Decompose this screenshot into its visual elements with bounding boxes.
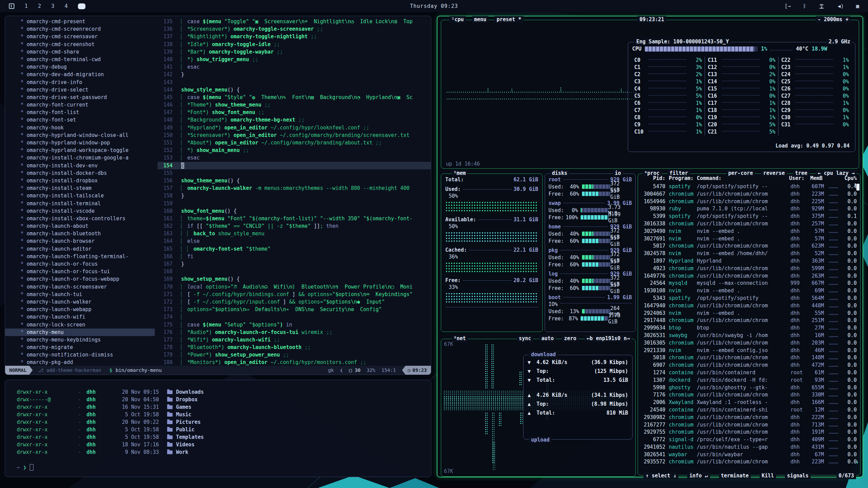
file-item[interactable]: *omarchy-drive-set-password: [5, 94, 158, 101]
file-item[interactable]: *omarchy-menu: [5, 329, 155, 336]
code-line-141[interactable]: 141▏ esac: [158, 63, 431, 71]
file-item[interactable]: *omarchy-font-current: [5, 101, 158, 109]
process-row[interactable]: 5399spotify/opt/spotify/spotify --dhh375…: [641, 213, 857, 220]
code-line-165[interactable]: 165▏ ▏ omarchy-font-set "$theme": [158, 245, 431, 253]
proc-action-info[interactable]: info ↵: [687, 472, 710, 479]
code-line-144[interactable]: 144show_style_menu() {: [158, 86, 431, 94]
file-item[interactable]: *omarchy-launch-bluetooth: [5, 230, 158, 237]
file-item[interactable]: *omarchy-debug: [5, 63, 158, 71]
io-toggle[interactable]: io: [613, 170, 623, 177]
file-item[interactable]: *omarchy-launch-or-focus: [5, 260, 158, 268]
code-line-177[interactable]: 177▏ *Wifi*) omarchy-launch-wifi ;;: [158, 336, 431, 344]
code-line-180[interactable]: 180▏ *Monitors*) open_in_editor ~/.confi…: [158, 359, 431, 366]
file-item[interactable]: *omarchy-cmd-screensaver: [5, 33, 158, 40]
process-row[interactable]: 4923chromium/usr/lib/chromium/chromdhh59…: [641, 265, 857, 273]
proc-action-terminate[interactable]: terminate: [719, 472, 751, 479]
file-item[interactable]: *omarchy-launch-screensaver: [5, 283, 158, 291]
code-line-163[interactable]: 163▏ ▏ back_to show_style_menu: [158, 230, 431, 237]
code-line-142[interactable]: 142}: [158, 71, 431, 78]
file-item[interactable]: *omarchy-font-list: [5, 109, 158, 116]
code-line-146[interactable]: 146▏ *Theme*) show_theme_menu ;;: [158, 101, 431, 109]
code-line-154[interactable]: 154}: [158, 162, 431, 169]
scrollbar-thumb[interactable]: [856, 184, 859, 191]
file-item[interactable]: *omarchy-notification-dismiss: [5, 351, 158, 359]
net-chip-zero[interactable]: zero: [562, 335, 578, 342]
code-line-140[interactable]: 140▏ *) show_trigger_menu ;;: [158, 56, 431, 63]
bluetooth-icon[interactable]: ᛒ: [803, 3, 806, 9]
code-line-173[interactable]: 173▏ options="$options\n▭ Defaults\n⌁ DN…: [158, 306, 431, 313]
code-line-168[interactable]: 168: [158, 268, 431, 275]
file-item[interactable]: *omarchy-cmd-share: [5, 48, 158, 56]
code-line-160[interactable]: 160show_font_menu() {: [158, 207, 431, 215]
omarchy-logo-icon[interactable]: [9, 3, 14, 9]
process-row[interactable]: 2930982chromium/usr/lib/chromium/chromdh…: [641, 414, 857, 421]
code-line-175[interactable]: 175▏ case $(menu "Setup" "$options") in: [158, 321, 431, 329]
file-item[interactable]: *omarchy-drive-info: [5, 79, 158, 86]
process-row[interactable]: 1307dockerd/usr/bin/dockerd -H fd:root93…: [641, 377, 857, 384]
file-item[interactable]: *omarchy-drive-select: [5, 86, 158, 94]
process-row[interactable]: 5470spotify/opt/spotify/spotify --dhh607…: [641, 183, 857, 191]
net-title[interactable]: ³net: [451, 335, 468, 342]
code-line-156[interactable]: 156show_theme_menu() {: [158, 177, 431, 184]
code-line-135[interactable]: 135▏ case $(menu "Toggle" "▣ Screensaver…: [158, 18, 431, 25]
file-item[interactable]: *omarchy-launch-webapp: [5, 306, 158, 313]
file-item[interactable]: *omarchy-install-dropbox: [5, 177, 158, 184]
file-item[interactable]: *omarchy-launch-or-focus-webapp: [5, 275, 158, 283]
file-item[interactable]: *omarchy-pkg-add: [5, 359, 158, 366]
file-item[interactable]: *omarchy-hook: [5, 124, 158, 131]
scroll-down-icon[interactable]: ↓: [856, 459, 859, 465]
file-item[interactable]: *omarchy-hyprland-window-pop: [5, 139, 158, 147]
process-row[interactable]: 1897HyprlandHyprlanddhh363M………0.0: [641, 257, 857, 265]
process-row[interactable]: 2924063nvimnvim --embed .dhh55M………0.0: [641, 310, 857, 317]
file-item[interactable]: *omarchy-launch-editor: [5, 245, 158, 253]
active-workspace-indicator[interactable]: [78, 3, 85, 9]
code-line-172[interactable]: 172▏ [ -f ~/.config/hypr/input.conf ] &&…: [158, 298, 431, 306]
code-line-157[interactable]: 157▏ omarchy-launch-walker -m menus:omar…: [158, 184, 431, 192]
process-row[interactable]: 2941052nautilus/usr/bin/nautilus --gapdh…: [641, 444, 857, 451]
network-icon[interactable]: [818, 4, 825, 9]
file-item[interactable]: *omarchy-lock-screen: [5, 321, 158, 329]
file-item[interactable]: *omarchy-hyprland-workspace-toggle: [5, 147, 158, 154]
code-line-171[interactable]: 171▏ [ -f ~/.config/hypr/bindings.conf ]…: [158, 291, 431, 298]
file-item[interactable]: *omarchy-install-chromium-google-a: [5, 154, 158, 162]
net-chip-sync[interactable]: sync: [517, 335, 533, 342]
process-row[interactable]: 5017chromium/usr/lib/chromium/chromdhh62…: [641, 242, 857, 250]
code-line-161[interactable]: 161▏ theme=$(menu "Font" "$(omarchy-font…: [158, 215, 431, 222]
code-line-166[interactable]: 166▏ fi: [158, 253, 431, 260]
code-line-149[interactable]: 149▏ *Hyprland*) open_in_editor ~/.confi…: [158, 124, 431, 131]
file-item[interactable]: *omarchy-launch-walker: [5, 298, 158, 306]
file-item[interactable]: *omarchy-install-docker-dbs: [5, 169, 158, 177]
proc-action-Kill[interactable]: Kill: [760, 472, 776, 479]
code-line-178[interactable]: 178▏ *Bluetooth*) omarchy-launch-bluetoo…: [158, 344, 431, 351]
file-item[interactable]: *omarchy-launch-floating-terminal-: [5, 253, 158, 260]
code-line-155[interactable]: 155: [158, 169, 431, 177]
process-row[interactable]: 1649776chromium/usr/lib/chromium/chromdh…: [641, 273, 857, 280]
file-item[interactable]: *omarchy-font-set: [5, 116, 158, 124]
code-line-150[interactable]: 150▏ *Screensaver*) open_in_editor ~/.co…: [158, 131, 431, 139]
process-row[interactable]: 3016305chromium/usr/lib/chromium/chromdh…: [641, 339, 857, 347]
proc-action-signals[interactable]: signals: [785, 472, 811, 479]
process-row[interactable]: 2006XwaylandXwayland :1 -rootless -dhh16…: [641, 399, 857, 406]
code-line-136[interactable]: 136▏ *Screensaver*) omarchy-toggle-scree…: [158, 25, 431, 33]
process-row[interactable]: 2917448chromium/usr/lib/chromium/chromdh…: [641, 317, 857, 324]
net-chip-auto[interactable]: auto: [539, 335, 556, 342]
code-line-145[interactable]: 145▏ case $(menu "Style" "◍ Theme\n✎ Fon…: [158, 94, 431, 101]
file-item[interactable]: *omarchy-cmd-screenrecord: [5, 25, 158, 33]
process-row[interactable]: 1930108nvimnvim --embed .dhh69M………0.0: [641, 287, 857, 295]
code-line-174[interactable]: 174▏: [158, 313, 431, 321]
file-item[interactable]: *omarchy-install-tailscale: [5, 192, 158, 199]
code-line-139[interactable]: 139▏ *Bar*) omarchy-toggle-waybar ;;: [158, 48, 431, 56]
process-row[interactable]: 3029490nvimnvim --embed .dhh57M………0.0: [641, 228, 857, 235]
process-row[interactable]: 6907chromium/usr/lib/chromium/chromdhh47…: [641, 362, 857, 369]
file-item[interactable]: *omarchy-menu-keybindings: [5, 336, 158, 344]
process-row[interactable]: 6772signal-d/proc/self/exe --type=rdhh40…: [641, 436, 857, 444]
file-item[interactable]: *omarchy-install-vscode: [5, 207, 158, 215]
logout-icon[interactable]: [→: [785, 3, 791, 9]
workspace-2[interactable]: 2: [38, 3, 41, 9]
file-item[interactable]: *omarchy-install-dev-env: [5, 162, 158, 169]
net-chip-benp191s0n[interactable]: ←b enp191s0 n→: [585, 335, 632, 342]
file-item[interactable]: *omarchy-cmd-terminal-cwd: [5, 56, 158, 63]
process-row[interactable]: 5018chromium/usr/lib/chromium/chromdhh14…: [641, 354, 857, 362]
file-item[interactable]: *omarchy-cmd-screenshot: [5, 41, 158, 48]
process-row[interactable]: 5343spotify/opt/spotify/spotifydhh564M………: [641, 295, 857, 302]
